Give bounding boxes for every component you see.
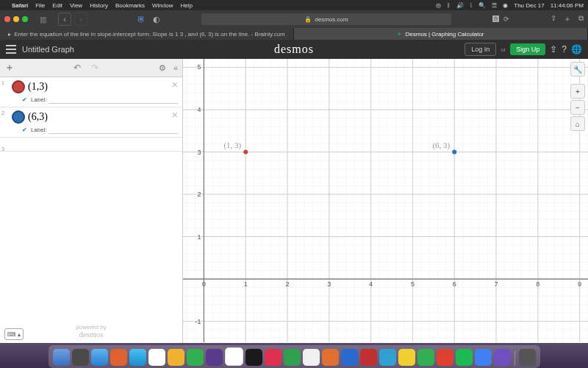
- safari-toolbar: ▥ ‹ › ⛨ ◐ 🔒 desmos.com 🅰 ⟳ ⇪ ＋ ⧉: [0, 10, 588, 28]
- app-name[interactable]: Safari: [12, 2, 28, 9]
- expression-toolbar: ＋ ↶ ↷ ⚙ «: [0, 59, 182, 77]
- dock-calendar-icon[interactable]: [148, 349, 165, 366]
- collapse-panel-button[interactable]: «: [173, 63, 178, 72]
- dock-app-icon[interactable]: [437, 349, 453, 366]
- dock-app-icon[interactable]: [379, 349, 396, 366]
- signup-button[interactable]: Sign Up: [510, 43, 545, 55]
- help-icon[interactable]: ?: [562, 44, 567, 54]
- tabs-icon[interactable]: ⧉: [578, 14, 584, 24]
- privacy-report-icon[interactable]: ⛨: [137, 15, 146, 24]
- menu-file[interactable]: File: [35, 2, 45, 9]
- label-checkbox[interactable]: ✔: [22, 96, 29, 103]
- dock-finder-icon[interactable]: [53, 349, 70, 366]
- zoom-window-button[interactable]: [22, 16, 28, 22]
- control-center-icon[interactable]: ☰: [492, 2, 497, 9]
- dock-settings-icon[interactable]: [72, 349, 89, 366]
- color-swatch[interactable]: [12, 110, 25, 124]
- circle-icon[interactable]: ◎: [436, 2, 441, 9]
- dock-app-icon[interactable]: [360, 349, 377, 366]
- expression-formula[interactable]: (1,3): [28, 81, 48, 93]
- dock-messages-icon[interactable]: [187, 349, 204, 366]
- new-tab-icon[interactable]: ＋: [564, 14, 571, 24]
- dock-app-icon[interactable]: [398, 349, 415, 366]
- dock-appstore-icon[interactable]: [341, 349, 358, 366]
- svg-text:(1, 3): (1, 3): [223, 141, 241, 150]
- svg-text:3: 3: [327, 280, 331, 288]
- dock-app-icon[interactable]: [110, 349, 127, 366]
- menu-date[interactable]: Thu Dec 17: [514, 2, 544, 9]
- expression-row[interactable]: 1 (1,3) × ✔ Label:: [0, 77, 182, 107]
- menu-help[interactable]: Help: [180, 2, 192, 9]
- dock-app-icon[interactable]: [303, 349, 320, 366]
- tab-desmos[interactable]: ✦ Desmos | Graphing Calculator: [294, 28, 588, 40]
- translate-icon[interactable]: 🅰: [492, 15, 499, 23]
- home-button[interactable]: ⌂: [570, 116, 585, 131]
- dock-app-icon[interactable]: [284, 349, 301, 366]
- color-swatch[interactable]: [12, 80, 25, 93]
- address-bar[interactable]: 🔒 desmos.com: [201, 13, 451, 25]
- siri-icon[interactable]: ◉: [503, 2, 508, 9]
- delete-expression-button[interactable]: ×: [172, 79, 178, 91]
- dock-app-icon[interactable]: [206, 349, 223, 366]
- svg-text:2: 2: [197, 191, 201, 198]
- add-expression-button[interactable]: ＋: [4, 61, 15, 74]
- bluetooth-icon[interactable]: ᛒ: [447, 2, 451, 9]
- undo-button[interactable]: ↶: [74, 63, 81, 73]
- svg-text:8: 8: [536, 280, 539, 288]
- settings-button[interactable]: ⚙: [159, 63, 166, 73]
- close-window-button[interactable]: [4, 16, 10, 22]
- label-input[interactable]: [49, 126, 178, 134]
- menu-edit[interactable]: Edit: [52, 2, 62, 9]
- expression-row[interactable]: 2 (6,3) × ✔ Label:: [0, 107, 182, 138]
- label-input[interactable]: [49, 96, 178, 104]
- menu-button[interactable]: [6, 45, 16, 54]
- svg-point-120: [452, 150, 456, 155]
- login-button[interactable]: Log In: [465, 43, 496, 56]
- redo-button[interactable]: ↷: [91, 63, 98, 73]
- share-icon[interactable]: ⇪: [551, 14, 556, 24]
- label-checkbox[interactable]: ✔: [22, 127, 29, 133]
- empty-expression-row[interactable]: 3: [0, 138, 182, 152]
- reload-icon[interactable]: ⟳: [503, 15, 509, 23]
- keyboard-button[interactable]: ⌨ ▴: [4, 328, 24, 340]
- back-button[interactable]: ‹: [58, 13, 71, 26]
- share-graph-icon[interactable]: ⇪: [550, 44, 557, 54]
- dock-app-icon[interactable]: [494, 349, 511, 366]
- dock-music-icon[interactable]: [265, 349, 282, 366]
- dock-tv-icon[interactable]: [245, 349, 262, 366]
- graph-area[interactable]: 0123456789-112345(1, 3)(6, 3) 🔧 + − ⌂: [183, 59, 588, 343]
- wifi-icon[interactable]: ⧙: [470, 2, 473, 9]
- tab-icon: ✦: [397, 31, 402, 38]
- zoom-in-button[interactable]: +: [570, 84, 585, 99]
- dock-app-icon[interactable]: [168, 349, 184, 366]
- tab-brainly[interactable]: ▸ Enter the equation of the line in slop…: [0, 28, 294, 40]
- dock-spotify-icon[interactable]: [456, 349, 473, 366]
- svg-text:-1: -1: [195, 318, 201, 325]
- language-icon[interactable]: 🌐: [571, 44, 582, 54]
- dock-app-icon[interactable]: [322, 349, 339, 366]
- dock-app-icon[interactable]: [475, 349, 492, 366]
- expression-formula[interactable]: (6,3): [28, 111, 48, 123]
- dock-safari-icon[interactable]: [91, 349, 108, 366]
- tab-label: Enter the equation of the line in slope-…: [14, 31, 285, 38]
- delete-expression-button[interactable]: ×: [172, 109, 178, 121]
- reader-icon[interactable]: ◐: [153, 15, 160, 24]
- dock-mail-icon[interactable]: [129, 349, 146, 366]
- menu-bookmarks[interactable]: Bookmarks: [115, 2, 145, 9]
- graph-title[interactable]: Untitled Graph: [22, 45, 74, 54]
- forward-button[interactable]: ›: [74, 13, 87, 26]
- dock-app-icon[interactable]: [225, 347, 243, 366]
- sidebar-icon[interactable]: ▥: [40, 15, 46, 24]
- menu-history[interactable]: History: [90, 2, 108, 9]
- wrench-button[interactable]: 🔧: [570, 62, 585, 77]
- menu-view[interactable]: View: [70, 2, 82, 9]
- mac-menu-bar: Safari File Edit View History Bookmarks …: [0, 0, 588, 10]
- dock-app-icon[interactable]: [417, 349, 434, 366]
- search-icon[interactable]: 🔍: [478, 2, 486, 9]
- zoom-out-button[interactable]: −: [570, 100, 585, 115]
- menu-window[interactable]: Window: [152, 2, 173, 9]
- volume-icon[interactable]: 🔊: [456, 2, 464, 9]
- dock-trash-icon[interactable]: [519, 349, 536, 366]
- menu-time[interactable]: 11:44:06 PM: [551, 2, 584, 9]
- minimize-window-button[interactable]: [13, 16, 19, 22]
